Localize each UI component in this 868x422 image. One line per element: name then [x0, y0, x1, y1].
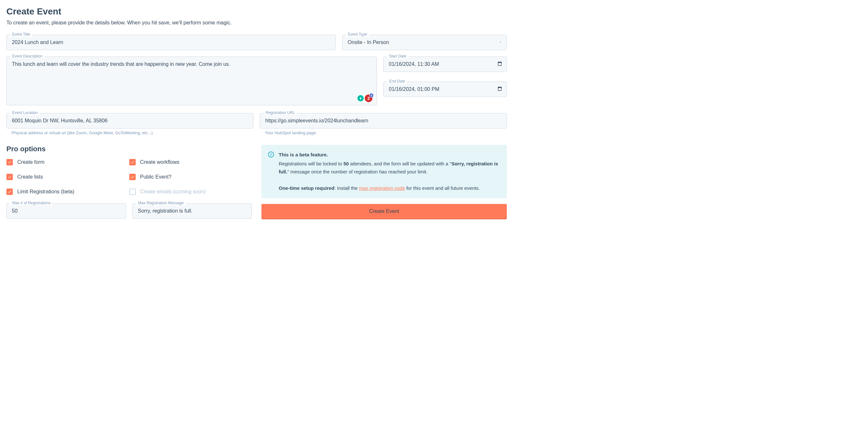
limit-registrations-label: Limit Registrations (beta) — [17, 189, 74, 195]
info-icon — [268, 151, 274, 192]
public-event-checkbox[interactable] — [129, 174, 136, 180]
page-title: Create Event — [6, 6, 507, 17]
info-line-1: Registrations will be locked to 50 atten… — [279, 160, 500, 176]
public-event-label: Public Event? — [140, 174, 172, 180]
checkmark-icon — [7, 175, 12, 179]
event-title-input[interactable] — [6, 35, 336, 50]
create-emails-label: Create emails (coming soon) — [140, 189, 206, 195]
svg-rect-2 — [271, 154, 271, 156]
event-description-label: Event Description — [10, 54, 44, 58]
event-type-select[interactable]: Onsite - In Person — [342, 35, 507, 50]
checkmark-icon — [130, 160, 135, 164]
pro-options-title: Pro options — [6, 145, 252, 153]
page-subtitle: To create an event, please provide the d… — [6, 20, 507, 26]
create-event-form: Create Event To create an event, please … — [6, 6, 507, 219]
event-type-label: Event Type — [346, 32, 369, 37]
max-registrations-label: Max # of Registrations — [10, 201, 52, 205]
info-title: This is a beta feature. — [279, 151, 500, 159]
end-date-label: End Date — [387, 79, 407, 84]
event-type-value: Onsite - In Person — [348, 39, 389, 45]
create-workflows-label: Create workflows — [140, 159, 180, 165]
max-reg-message-input[interactable] — [132, 203, 252, 219]
checkmark-icon — [130, 175, 135, 179]
event-location-input[interactable] — [6, 113, 253, 129]
checkmark-icon — [7, 190, 12, 194]
create-lists-checkbox[interactable] — [6, 174, 13, 180]
registration-url-label: Registration URL — [264, 111, 297, 115]
create-workflows-checkbox[interactable] — [129, 159, 136, 165]
plus-icon: + — [369, 93, 374, 97]
checkmark-icon — [7, 160, 12, 164]
grammar-error-badge: 2 + — [365, 94, 372, 102]
create-lists-label: Create lists — [17, 174, 43, 180]
beta-info-box: This is a beta feature. Registrations wi… — [261, 145, 507, 198]
end-date-input[interactable] — [383, 82, 507, 97]
grammar-badge-container[interactable]: 2 + — [356, 93, 374, 104]
registration-url-helper: Your HubSpot landing page. — [265, 131, 507, 135]
max-registrations-input[interactable] — [6, 203, 126, 219]
info-line-2: One-time setup required: Install the max… — [279, 184, 500, 192]
event-title-label: Event Title — [10, 32, 32, 37]
limit-registrations-checkbox[interactable] — [6, 189, 13, 195]
event-location-helper: Physical address or virtual url (like Zo… — [11, 131, 253, 135]
info-content: This is a beta feature. Registrations wi… — [279, 151, 500, 192]
create-emails-checkbox — [129, 189, 136, 195]
max-registration-code-link[interactable]: max registration code — [359, 185, 405, 191]
create-form-checkbox[interactable] — [6, 159, 13, 165]
registration-url-input[interactable] — [260, 113, 507, 129]
start-date-input[interactable] — [383, 57, 507, 72]
event-description-input[interactable] — [6, 57, 377, 105]
start-date-label: Start Date — [387, 54, 408, 58]
create-form-label: Create form — [17, 159, 44, 165]
grammar-ok-icon — [357, 95, 364, 102]
svg-point-1 — [271, 153, 272, 154]
event-location-label: Event Location — [10, 111, 39, 115]
max-reg-message-label: Max Registration Message — [136, 201, 186, 205]
create-event-button[interactable]: Create Event — [261, 204, 507, 219]
